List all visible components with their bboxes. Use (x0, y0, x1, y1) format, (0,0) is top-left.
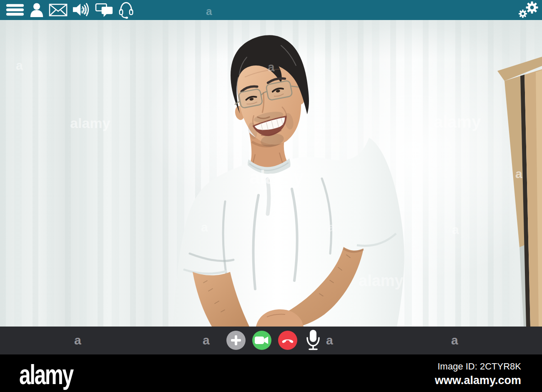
plus-icon (231, 335, 241, 346)
video-scene (0, 20, 542, 327)
microphone-icon (306, 329, 320, 351)
add-participant-button[interactable] (226, 331, 246, 350)
watermark-a: a (326, 333, 333, 347)
alamy-url-text: www.alamy.com (435, 374, 521, 387)
watermark-a: a (203, 333, 210, 347)
mail-icon[interactable] (49, 3, 68, 18)
video-call-window: a a (0, 0, 542, 392)
chat-icon[interactable] (95, 2, 114, 18)
alamy-footer-bar: alamy Image ID: 2CTYR8K www.alamy.com (0, 354, 542, 392)
watermark-a: a (74, 333, 81, 347)
footer-info: Image ID: 2CTYR8K www.alamy.com (435, 361, 521, 387)
man-figure (173, 29, 404, 327)
video-camera-button[interactable] (252, 331, 271, 350)
watermark-a: a (451, 333, 458, 347)
phone-hangup-icon (281, 337, 294, 344)
image-id-text: Image ID: 2CTYR8K (435, 361, 521, 372)
support-headset-icon[interactable] (118, 1, 134, 19)
call-control-bar: a a a a (0, 327, 542, 354)
wooden-frame (497, 57, 542, 327)
remote-video-feed: alamy alamy alamy alamy a a a a a a a (0, 20, 542, 327)
end-call-button[interactable] (278, 331, 297, 350)
top-toolbar: a a (0, 0, 542, 20)
volume-icon[interactable] (72, 2, 90, 18)
microphone-button[interactable] (304, 331, 323, 350)
toolbar-icon-group (0, 1, 134, 19)
settings-gears-icon[interactable] (517, 1, 539, 21)
video-camera-icon (255, 335, 269, 345)
header-watermark-a: a (206, 5, 212, 18)
alamy-logo: alamy (19, 358, 73, 390)
user-icon[interactable] (29, 2, 44, 18)
menu-icon[interactable] (5, 3, 25, 17)
